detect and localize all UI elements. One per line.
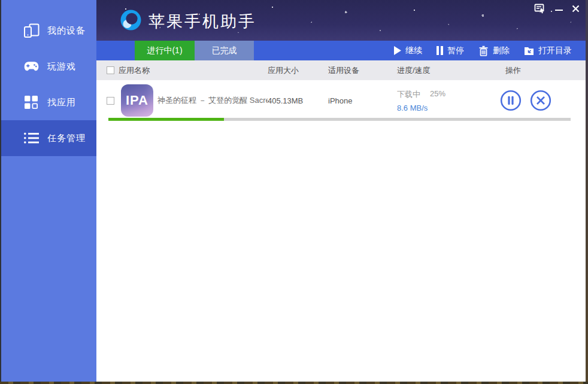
button-label: 打开目录: [538, 45, 572, 56]
main-area: 苹果手机助手: [96, 0, 586, 382]
apps-grid-icon: [23, 95, 40, 110]
app-title: 苹果手机助手: [148, 11, 256, 32]
button-label: 暂停: [447, 45, 464, 56]
gamepad-icon: [23, 59, 40, 74]
tab-label: 已完成: [212, 45, 237, 56]
col-device: 适用设备: [328, 65, 397, 76]
row-checkbox-cell: [96, 80, 119, 121]
sidebar-item-my-devices[interactable]: 我的设备: [1, 13, 96, 48]
task-list-icon: [23, 130, 40, 146]
col-app-name: 应用名称: [119, 65, 268, 76]
close-icon[interactable]: [572, 3, 580, 14]
operation-cell: [493, 80, 586, 121]
col-app-size: 应用大小: [268, 65, 328, 76]
sidebar-item-label: 任务管理: [47, 133, 86, 144]
progress-cell: 下载中 25% 8.6 MB/s: [397, 80, 493, 121]
open-folder-icon: [524, 46, 534, 56]
task-list: IPA 神圣的征程 － 艾登的觉醒 Sacre 405.13MB iPhone …: [96, 80, 586, 382]
header-checkbox-cell: [96, 66, 119, 74]
app-name-cell: IPA 神圣的征程 － 艾登的觉醒 Sacre: [119, 80, 268, 121]
ipa-app-icon: IPA: [121, 84, 153, 117]
titlebar: 苹果手机助手: [96, 0, 586, 41]
app-window: 我的设备 玩游戏: [1, 0, 586, 382]
col-progress-speed: 进度/速度: [397, 65, 493, 76]
sidebar-item-label: 我的设备: [47, 25, 86, 36]
resume-button[interactable]: 继续: [394, 45, 422, 56]
pause-circle-icon[interactable]: [500, 90, 522, 111]
tab-in-progress[interactable]: 进行中(1): [135, 41, 195, 60]
sidebar-item-find-apps[interactable]: 找应用: [1, 84, 96, 120]
sidebar-item-play-games[interactable]: 玩游戏: [1, 48, 96, 84]
sidebar-item-task-manager[interactable]: 任务管理: [1, 120, 96, 156]
toolbar-actions: 继续 暂停: [394, 41, 572, 60]
status-text: 下载中: [397, 89, 420, 100]
trash-icon: [478, 45, 489, 56]
sidebar-item-label: 找应用: [47, 97, 76, 108]
toolbar: 进行中(1) 已完成 继续: [96, 41, 586, 60]
row-checkbox[interactable]: [107, 97, 114, 105]
devices-icon: [23, 23, 40, 38]
progress-percent: 25%: [430, 89, 445, 100]
desktop-edge-right: [586, 0, 588, 384]
window-controls: [534, 3, 580, 14]
cancel-circle-icon[interactable]: [530, 90, 551, 111]
tab-label: 进行中(1): [147, 45, 182, 56]
screen: 我的设备 玩游戏: [0, 0, 588, 384]
pause-button[interactable]: 暂停: [437, 45, 464, 56]
app-size: 405.13MB: [268, 80, 328, 121]
pause-icon: [437, 46, 443, 55]
sidebar-item-label: 玩游戏: [47, 61, 76, 72]
col-operation: 操作: [493, 65, 586, 76]
delete-button[interactable]: 删除: [478, 45, 510, 56]
table-header: 应用名称 应用大小 适用设备 进度/速度 操作: [96, 60, 586, 80]
download-speed: 8.6 MB/s: [397, 103, 428, 112]
app-logo-swirl-icon: [120, 9, 142, 33]
select-all-checkbox[interactable]: [107, 66, 114, 74]
button-label: 继续: [405, 45, 422, 56]
open-directory-button[interactable]: 打开目录: [524, 45, 572, 56]
brand: 苹果手机助手: [120, 9, 256, 33]
tab-bar: 进行中(1) 已完成: [135, 41, 254, 60]
button-label: 删除: [493, 45, 510, 56]
task-row[interactable]: IPA 神圣的征程 － 艾登的觉醒 Sacre 405.13MB iPhone …: [96, 80, 586, 128]
target-device: iPhone: [328, 80, 397, 121]
minimize-icon[interactable]: [555, 3, 563, 14]
desktop-edge-bottom: [0, 382, 588, 384]
skin-panel-icon[interactable]: [534, 3, 546, 14]
app-name: 神圣的征程 － 艾登的觉醒 Sacre: [157, 95, 268, 106]
play-icon: [394, 46, 401, 55]
status-line: 下载中 25%: [397, 89, 445, 100]
tab-completed[interactable]: 已完成: [195, 41, 254, 60]
progress-fill: [108, 118, 224, 121]
sidebar: 我的设备 玩游戏: [1, 0, 96, 382]
progress-track: [108, 118, 571, 121]
